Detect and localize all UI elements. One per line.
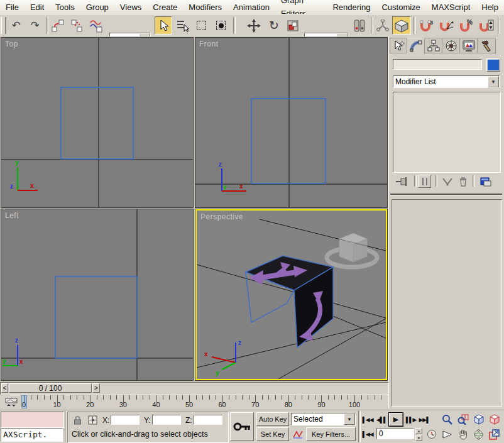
zoom-button[interactable] bbox=[440, 412, 454, 426]
select-and-rotate-button[interactable]: ↻ bbox=[265, 16, 283, 35]
bind-to-space-warp-button[interactable] bbox=[87, 16, 106, 35]
tab-create[interactable] bbox=[390, 38, 407, 53]
field-of-view-button[interactable] bbox=[440, 427, 454, 441]
time-slider-thumb[interactable]: 0 / 100 bbox=[9, 383, 92, 393]
menu-modifiers[interactable]: Modifiers bbox=[183, 1, 227, 14]
select-and-move-button[interactable] bbox=[245, 16, 263, 35]
previous-frame-arrow[interactable]: < bbox=[1, 383, 8, 393]
selected-object-wireframe-front[interactable] bbox=[251, 99, 326, 183]
remove-modifier-button[interactable] bbox=[456, 175, 469, 188]
configure-modifier-sets-button[interactable] bbox=[478, 175, 494, 188]
menu-group[interactable]: Group bbox=[80, 1, 114, 14]
show-end-result-toggle[interactable] bbox=[418, 175, 431, 188]
viewport-left[interactable]: z y x Left bbox=[1, 209, 193, 380]
key-mode-dropdown[interactable]: Selected ▼ bbox=[291, 413, 356, 425]
3d-snap-toggle-button[interactable]: 3 bbox=[417, 16, 435, 35]
selection-lock-toggle[interactable] bbox=[71, 413, 84, 426]
next-frame-button[interactable]: ▌▌▶ bbox=[405, 413, 417, 426]
zoom-all-button[interactable] bbox=[456, 412, 470, 426]
zoom-extents-button[interactable] bbox=[471, 412, 486, 426]
toolbar-grip[interactable] bbox=[1, 17, 6, 34]
make-unique-button[interactable] bbox=[441, 175, 454, 188]
frame-spinner[interactable]: ▲ ▼ bbox=[415, 428, 422, 440]
y-coordinate-field[interactable] bbox=[152, 415, 181, 425]
viewport-perspective-label[interactable]: Perspective bbox=[200, 212, 243, 221]
viewport-front[interactable]: z y x Front bbox=[195, 38, 387, 207]
viewport-left-label[interactable]: Left bbox=[5, 211, 19, 220]
key-filters-button[interactable]: Key Filters... bbox=[306, 427, 356, 441]
select-object-button[interactable] bbox=[155, 16, 172, 35]
unlink-selection-button[interactable] bbox=[68, 16, 85, 35]
key-mode-toggle-button[interactable]: ▌◀◀ bbox=[361, 427, 374, 441]
pin-stack-button[interactable] bbox=[394, 175, 410, 188]
viewport-top-label[interactable]: Top bbox=[5, 40, 18, 48]
arc-rotate-button[interactable] bbox=[471, 427, 486, 441]
selected-object-3d[interactable] bbox=[246, 256, 333, 347]
window-crossing-toggle-button[interactable] bbox=[212, 16, 230, 35]
z-coordinate-field[interactable] bbox=[194, 415, 222, 425]
pan-view-button[interactable] bbox=[456, 427, 470, 441]
viewport-perspective[interactable]: z x y Perspective bbox=[195, 209, 387, 380]
spinner-snap-toggle-button[interactable] bbox=[477, 16, 495, 35]
rectangular-selection-region-button[interactable] bbox=[193, 16, 210, 35]
modifier-list-arrow-icon[interactable]: ▼ bbox=[488, 76, 499, 87]
menu-help[interactable]: Help bbox=[476, 1, 504, 14]
menu-tools[interactable]: Tools bbox=[50, 1, 80, 14]
modifier-list-dropdown[interactable]: Modifier List ▼ bbox=[393, 75, 500, 88]
set-keys-button[interactable] bbox=[230, 412, 254, 441]
tab-utilities[interactable] bbox=[478, 38, 496, 53]
menu-create[interactable]: Create bbox=[147, 1, 183, 14]
viewport-front-label[interactable]: Front bbox=[199, 40, 219, 48]
select-by-name-button[interactable] bbox=[174, 16, 191, 35]
track-bar-ruler[interactable]: 0 10 20 30 40 50 60 70 80 90 100 bbox=[21, 395, 386, 409]
play-animation-button[interactable]: ▶ bbox=[389, 413, 403, 426]
menu-edit[interactable]: Edit bbox=[25, 1, 50, 14]
default-tangent-button[interactable] bbox=[291, 427, 304, 441]
auto-key-button[interactable]: Auto Key bbox=[256, 412, 289, 426]
go-to-end-button[interactable]: ▶▶▌ bbox=[418, 413, 430, 426]
menu-views[interactable]: Views bbox=[114, 1, 147, 14]
viewport-top[interactable]: y x z Top bbox=[1, 38, 193, 207]
macro-recorder-pane[interactable] bbox=[1, 412, 64, 428]
angle-snap-toggle-button[interactable] bbox=[437, 16, 455, 35]
select-and-manipulate-button[interactable] bbox=[375, 16, 391, 35]
time-configuration-button[interactable] bbox=[425, 427, 438, 441]
track-bar[interactable]: 0 10 20 30 40 50 60 70 80 90 100 bbox=[0, 395, 388, 410]
set-key-button[interactable]: Set Key bbox=[256, 427, 289, 441]
tab-motion[interactable] bbox=[442, 38, 460, 53]
select-and-scale-button[interactable] bbox=[284, 16, 302, 35]
object-color-swatch[interactable] bbox=[486, 58, 500, 72]
select-and-link-button[interactable] bbox=[49, 16, 66, 35]
x-coordinate-field[interactable] bbox=[111, 415, 140, 425]
absolute-mode-transform-toggle[interactable] bbox=[86, 413, 99, 426]
previous-frame-button[interactable]: ◀▌▌ bbox=[375, 413, 388, 426]
menu-customize[interactable]: Customize bbox=[376, 1, 425, 14]
menu-rendering[interactable]: Rendering bbox=[327, 1, 376, 14]
open-mini-curve-editor-button[interactable] bbox=[3, 397, 19, 408]
zoom-extents-all-button[interactable] bbox=[487, 412, 501, 426]
menu-file[interactable]: File bbox=[0, 1, 25, 14]
tab-display[interactable] bbox=[460, 38, 478, 53]
snaps-toggle-button[interactable] bbox=[392, 16, 411, 35]
menu-maxscript[interactable]: MAXScript bbox=[426, 1, 476, 14]
use-pivot-point-center-button[interactable] bbox=[351, 16, 368, 35]
undo-button[interactable]: ↶ bbox=[8, 16, 25, 35]
selected-object-wireframe-top[interactable] bbox=[61, 87, 133, 159]
tab-modify[interactable] bbox=[407, 38, 425, 53]
maxscript-mini-listener[interactable]: AXScript. bbox=[1, 428, 63, 442]
spinner-down-icon[interactable]: ▼ bbox=[415, 435, 422, 441]
rollout-area[interactable] bbox=[392, 199, 502, 407]
next-frame-arrow[interactable]: > bbox=[92, 383, 100, 393]
current-frame-field[interactable]: 0 bbox=[376, 428, 414, 439]
percent-snap-toggle-button[interactable]: % bbox=[457, 16, 475, 35]
object-name-field[interactable] bbox=[393, 59, 482, 70]
selected-object-wireframe-left[interactable] bbox=[55, 276, 137, 358]
maximize-viewport-toggle[interactable] bbox=[487, 427, 501, 441]
tab-hierarchy[interactable] bbox=[425, 38, 442, 53]
modifier-stack-list[interactable] bbox=[393, 92, 501, 173]
key-mode-arrow-icon[interactable]: ▼ bbox=[344, 413, 355, 425]
go-to-start-button[interactable]: ▌◀◀ bbox=[361, 413, 374, 426]
menu-animation[interactable]: Animation bbox=[227, 1, 275, 14]
spinner-up-icon[interactable]: ▲ bbox=[415, 428, 422, 434]
redo-button[interactable]: ↷ bbox=[26, 16, 43, 35]
